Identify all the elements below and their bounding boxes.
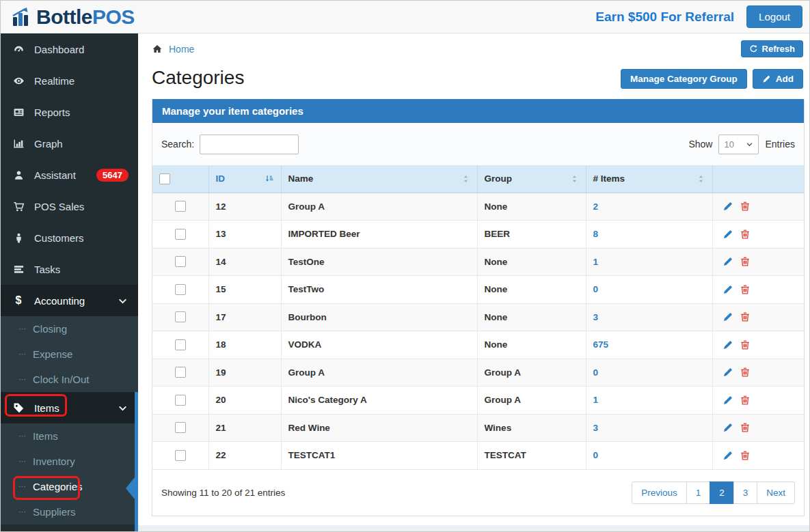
- sidebar-subitem-closing[interactable]: ⋯ Closing: [1, 316, 138, 341]
- delete-trash-icon[interactable]: [740, 339, 751, 350]
- cell-name: TESTCAT1: [281, 442, 477, 470]
- home-icon: [152, 44, 163, 55]
- row-checkbox[interactable]: [175, 450, 186, 461]
- delete-trash-icon[interactable]: [740, 450, 751, 461]
- sidebar-item-label: Reports: [34, 107, 70, 118]
- pagination-previous[interactable]: Previous: [632, 481, 687, 504]
- edit-pencil-icon[interactable]: [723, 229, 733, 240]
- row-checkbox[interactable]: [175, 422, 186, 433]
- breadcrumb-row: Home Refresh: [138, 33, 809, 57]
- delete-trash-icon[interactable]: [740, 395, 751, 406]
- assistant-count-badge: 5647: [96, 169, 129, 182]
- table-row: 20 Nico's Category A Group A 1: [152, 387, 804, 415]
- sidebar-item-dashboard[interactable]: Dashboard: [1, 33, 138, 65]
- show-label: Show: [688, 139, 712, 150]
- cell-id: 21: [208, 414, 281, 442]
- row-checkbox[interactable]: [175, 339, 186, 350]
- search-input[interactable]: [200, 135, 299, 154]
- edit-pencil-icon[interactable]: [723, 450, 733, 461]
- manage-category-group-button[interactable]: Manage Category Group: [621, 69, 747, 89]
- entries-label: Entries: [765, 139, 795, 150]
- delete-trash-icon[interactable]: [740, 367, 751, 378]
- refresh-icon: [749, 44, 758, 53]
- edit-pencil-icon[interactable]: [723, 256, 733, 267]
- sidebar-item-accounting[interactable]: $ Accounting: [1, 285, 138, 316]
- top-bar: BottlePOS Earn $500 For Referral Logout: [1, 1, 809, 33]
- sidebar-item-reports[interactable]: Reports: [1, 96, 138, 128]
- items-count-link[interactable]: 2: [593, 201, 599, 212]
- logout-button[interactable]: Logout: [746, 5, 802, 28]
- items-count-link[interactable]: 0: [593, 450, 599, 460]
- column-header-name[interactable]: Name: [281, 165, 477, 193]
- refresh-button[interactable]: Refresh: [741, 40, 803, 57]
- items-count-link[interactable]: 3: [593, 312, 599, 322]
- pagination-page-3[interactable]: 3: [733, 481, 758, 504]
- edit-pencil-icon[interactable]: [723, 201, 733, 212]
- select-all-checkbox[interactable]: [159, 173, 170, 184]
- sidebar-item-tasks[interactable]: Tasks: [1, 253, 138, 285]
- delete-trash-icon[interactable]: [740, 229, 751, 240]
- edit-pencil-icon[interactable]: [723, 422, 733, 433]
- column-header-items[interactable]: # Items: [586, 165, 712, 193]
- dashboard-gauge-icon: [12, 44, 25, 55]
- panel-title: Manage your item categories: [152, 99, 804, 123]
- sidebar-subitem-expense[interactable]: ⋯ Expense: [1, 341, 138, 367]
- row-checkbox[interactable]: [175, 395, 186, 406]
- sidebar-subitem-categories[interactable]: ⋯ Categories: [1, 474, 138, 499]
- items-count-link[interactable]: 0: [593, 367, 599, 378]
- cell-group: None: [477, 248, 586, 276]
- items-count-link[interactable]: 8: [593, 229, 599, 239]
- row-checkbox[interactable]: [175, 201, 186, 212]
- sidebar-item-realtime[interactable]: Realtime: [1, 65, 138, 96]
- sidebar-item-customers[interactable]: Customers: [1, 222, 138, 253]
- items-count-link[interactable]: 3: [593, 423, 599, 433]
- sidebar-item-pos-sales[interactable]: POS Sales: [1, 191, 138, 222]
- delete-trash-icon[interactable]: [740, 311, 751, 322]
- delete-trash-icon[interactable]: [740, 284, 751, 295]
- submenu-dash-icon: ⋯: [18, 324, 27, 333]
- delete-trash-icon[interactable]: [740, 422, 751, 433]
- table-row: 13 IMPORTED Beer BEER 8: [152, 221, 804, 249]
- delete-trash-icon[interactable]: [740, 201, 751, 212]
- column-header-group[interactable]: Group: [477, 165, 586, 193]
- items-count-link[interactable]: 675: [593, 339, 609, 350]
- edit-pencil-icon[interactable]: [723, 311, 733, 322]
- cell-name: Group A: [281, 359, 477, 387]
- sidebar-item-graph[interactable]: Graph: [1, 128, 138, 159]
- submenu-dash-icon: ⋯: [18, 482, 27, 491]
- pagination-page-2-active[interactable]: 2: [710, 481, 734, 504]
- column-header-id[interactable]: ID: [208, 165, 281, 193]
- sidebar-subitem-clock-in-out[interactable]: ⋯ Clock In/Out: [1, 367, 138, 392]
- edit-pencil-icon[interactable]: [723, 395, 733, 406]
- delete-trash-icon[interactable]: [740, 256, 751, 267]
- sidebar-item-items[interactable]: Items: [1, 392, 138, 423]
- cell-group: None: [477, 303, 586, 331]
- row-checkbox[interactable]: [175, 229, 186, 240]
- add-button[interactable]: Add: [753, 69, 803, 89]
- row-checkbox[interactable]: [175, 284, 186, 295]
- sidebar-subitem-items[interactable]: ⋯ Items: [1, 423, 138, 449]
- sidebar-item-label: Assistant: [34, 169, 76, 181]
- row-checkbox[interactable]: [175, 367, 186, 378]
- showing-entries-info: Showing 11 to 20 of 21 entries: [161, 488, 285, 498]
- pagination-page-1[interactable]: 1: [686, 481, 711, 504]
- edit-pencil-icon[interactable]: [723, 284, 733, 295]
- categories-panel: Manage your item categories Search: Show…: [152, 99, 805, 516]
- row-checkbox[interactable]: [175, 256, 186, 267]
- entries-select[interactable]: 10: [718, 135, 759, 154]
- sidebar-subitem-inventory[interactable]: ⋯ Inventory: [1, 449, 138, 474]
- breadcrumb-home-link[interactable]: Home: [169, 44, 194, 55]
- sort-both-icon: [570, 174, 579, 184]
- bottlepos-logo-icon: [12, 7, 33, 27]
- edit-pencil-icon[interactable]: [723, 367, 733, 378]
- pagination-next[interactable]: Next: [757, 481, 795, 504]
- edit-pencil-icon[interactable]: [723, 339, 733, 350]
- sidebar-item-assistant[interactable]: Assistant 5647: [1, 159, 138, 191]
- row-checkbox[interactable]: [175, 311, 186, 322]
- sidebar-subitem-suppliers[interactable]: ⋯ Suppliers: [1, 499, 138, 524]
- cell-group: None: [477, 276, 586, 304]
- items-count-link[interactable]: 0: [593, 284, 599, 294]
- items-count-link[interactable]: 1: [593, 257, 599, 267]
- referral-link[interactable]: Earn $500 For Referral: [595, 10, 734, 25]
- items-count-link[interactable]: 1: [593, 395, 599, 405]
